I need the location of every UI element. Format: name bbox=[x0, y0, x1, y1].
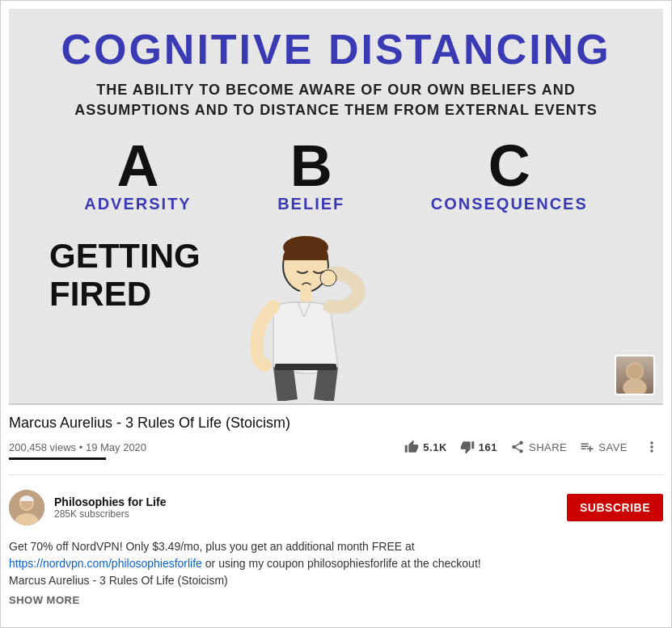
letter-a: A bbox=[116, 137, 158, 195]
meta-separator: • bbox=[79, 441, 86, 453]
video-title: Marcus Aurelius - 3 Rules Of Life (Stoic… bbox=[9, 415, 663, 432]
publish-date: 19 May 2020 bbox=[86, 441, 146, 453]
video-info: Marcus Aurelius - 3 Rules Of Life (Stoic… bbox=[9, 405, 663, 466]
abc-item-c: C CONSEQUENCES bbox=[431, 137, 588, 213]
video-actions: 5.1K 161 SHARE bbox=[404, 436, 663, 457]
svg-point-6 bbox=[623, 379, 646, 395]
person-illustration bbox=[217, 230, 378, 391]
thumbnail-main-title: COGNITIVE DISTANCING bbox=[61, 25, 611, 74]
label-belief: BELIEF bbox=[277, 195, 344, 213]
video-description: Get 70% off NordVPN! Only $3.49/mo, plus… bbox=[9, 532, 663, 609]
channel-subscribers: 285K subscribers bbox=[54, 508, 567, 520]
video-meta-row: 200,458 views • 19 May 2020 5.1K bbox=[9, 436, 663, 457]
letter-b: B bbox=[290, 137, 332, 195]
save-button[interactable]: SAVE bbox=[580, 436, 628, 457]
channel-avatar-image bbox=[9, 490, 44, 525]
share-icon bbox=[510, 440, 525, 454]
video-meta-left: 200,458 views • 19 May 2020 bbox=[9, 441, 146, 453]
like-underline bbox=[9, 457, 106, 460]
dislike-count: 161 bbox=[479, 441, 497, 453]
like-count: 5.1K bbox=[423, 441, 446, 453]
description-line2: or using my coupon philosophiesforlife a… bbox=[205, 557, 481, 570]
description-line3: Marcus Aurelius - 3 Rules Of Life (Stoic… bbox=[9, 574, 228, 587]
letter-c: C bbox=[488, 137, 530, 195]
dislike-button[interactable]: 161 bbox=[460, 436, 497, 457]
getting-fired-text: GETTING FIRED bbox=[49, 238, 201, 312]
separator bbox=[9, 474, 663, 475]
thumbs-up-icon bbox=[404, 440, 419, 454]
thumbnail-subtitle: THE ABILITY TO BECOME AWARE OF OUR OWN B… bbox=[41, 80, 631, 120]
abc-item-a: A ADVERSITY bbox=[84, 137, 191, 213]
description-link[interactable]: https://nordvpn.com/philosophiesforlife bbox=[9, 557, 202, 570]
more-options-icon bbox=[644, 439, 660, 455]
channel-info: Philosophies for Life 285K subscribers bbox=[54, 495, 567, 520]
watermark-avatar bbox=[615, 355, 655, 395]
thumbnail-bottom: GETTING FIRED bbox=[41, 230, 631, 391]
svg-rect-4 bbox=[275, 364, 336, 370]
abc-item-b: B BELIEF bbox=[277, 137, 344, 213]
label-adversity: ADVERSITY bbox=[84, 195, 191, 213]
share-label: SHARE bbox=[529, 441, 567, 453]
view-count: 200,458 views bbox=[9, 441, 76, 453]
thumbs-down-icon bbox=[460, 440, 475, 454]
more-options-button[interactable] bbox=[640, 439, 663, 455]
label-consequences: CONSEQUENCES bbox=[431, 195, 588, 213]
channel-name[interactable]: Philosophies for Life bbox=[54, 495, 567, 508]
show-more-button[interactable]: SHOW MORE bbox=[9, 589, 80, 606]
channel-avatar[interactable] bbox=[9, 490, 44, 525]
page-container: COGNITIVE DISTANCING THE ABILITY TO BECO… bbox=[0, 0, 672, 628]
svg-point-7 bbox=[628, 364, 642, 378]
like-button[interactable]: 5.1K bbox=[404, 436, 446, 457]
share-button[interactable]: SHARE bbox=[510, 436, 567, 457]
save-icon bbox=[580, 440, 594, 454]
abc-row: A ADVERSITY B BELIEF C CONSEQUENCES bbox=[41, 137, 631, 213]
description-line1: Get 70% off NordVPN! Only $3.49/mo, plus… bbox=[9, 540, 415, 553]
channel-row: Philosophies for Life 285K subscribers S… bbox=[9, 483, 663, 532]
video-thumbnail[interactable]: COGNITIVE DISTANCING THE ABILITY TO BECO… bbox=[9, 9, 663, 405]
subscribe-button[interactable]: SUBSCRIBE bbox=[567, 494, 663, 521]
save-label: SAVE bbox=[598, 441, 628, 453]
